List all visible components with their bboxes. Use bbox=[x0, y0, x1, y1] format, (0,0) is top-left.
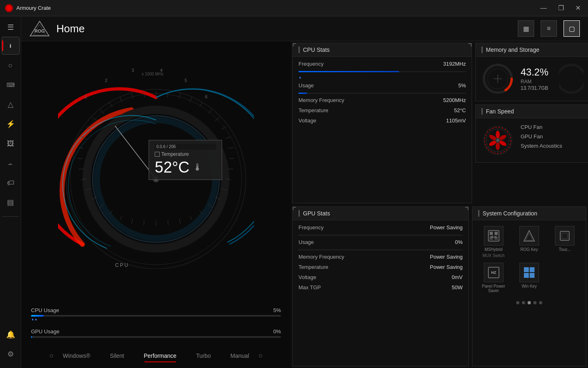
fan-speed-panel: Fan Speed bbox=[475, 104, 588, 163]
sidebar-item-sliders[interactable]: ⫠ bbox=[2, 154, 20, 172]
sidebar-item-home[interactable]: i bbox=[2, 37, 20, 55]
monitor-view-button[interactable]: ▢ bbox=[564, 20, 580, 37]
memory-header: Memory and Storage bbox=[476, 43, 588, 57]
mode-manual-button[interactable]: Manual bbox=[220, 349, 259, 362]
ram-gauge bbox=[481, 62, 514, 95]
mode-turbo-button[interactable]: Turbo bbox=[186, 349, 220, 362]
cpu-voltage-value: 1105mV bbox=[446, 117, 466, 124]
gpu-title-bar bbox=[298, 210, 300, 217]
win-key-item[interactable]: Win Key bbox=[514, 263, 544, 293]
rog-key-icon-box bbox=[519, 226, 539, 246]
svg-rect-86 bbox=[524, 273, 529, 278]
svg-line-31 bbox=[120, 215, 122, 220]
scroll-dot-2[interactable] bbox=[522, 301, 525, 304]
gpu-usage-bar-fill bbox=[298, 249, 299, 251]
rog-key-item[interactable]: ROG Key bbox=[514, 226, 544, 258]
cpu-title-bar bbox=[298, 47, 300, 53]
cpu-frequency-value: 3192MHz bbox=[443, 61, 466, 67]
usage-bars: CPU Usage 5% ▲▲ GPU Usage 0% bbox=[21, 301, 291, 345]
list-view-button[interactable]: ≡ bbox=[541, 20, 557, 37]
gauge-panel: 1 2 3 4 5 6 x 1000 MHz bbox=[21, 41, 291, 368]
scale-6: 6 bbox=[205, 94, 207, 99]
fan-content: CPU Fan GPU Fan System Acoustics bbox=[476, 118, 588, 162]
cpu-stats-title: CPU Stats bbox=[303, 47, 330, 53]
mode-right-indicator[interactable] bbox=[259, 354, 262, 357]
svg-rect-74 bbox=[494, 232, 498, 235]
cpu-usage-stat-label: Usage bbox=[298, 82, 314, 89]
circle-icon: ○ bbox=[8, 61, 13, 70]
svg-rect-85 bbox=[530, 267, 535, 272]
svg-line-46 bbox=[131, 93, 133, 99]
system-acoustics-label: System Acoustics bbox=[521, 143, 562, 149]
gpu-usage-label: Usage bbox=[298, 239, 314, 245]
rog-logo: ROG bbox=[29, 20, 50, 37]
menu-toggle-button[interactable]: ☰ bbox=[0, 20, 21, 35]
hz-icon-box: HZ bbox=[484, 263, 503, 282]
right-panels: CPU Stats Frequency 3192MHz ▲ bbox=[291, 41, 588, 368]
gpu-temp-label: Temperature bbox=[298, 264, 328, 270]
sidebar-item-status[interactable]: ○ bbox=[2, 56, 20, 74]
sidebar-item-settings[interactable]: ⚙ bbox=[2, 345, 20, 363]
close-button[interactable]: ✕ bbox=[573, 3, 583, 13]
svg-point-57 bbox=[559, 65, 584, 93]
mode-left-indicator[interactable] bbox=[50, 354, 53, 357]
titlebar-title: Armoury Crate bbox=[16, 5, 51, 11]
panel-power-label: Panel Power Saver bbox=[478, 284, 509, 293]
sidebar-item-notifications[interactable]: 🔔 bbox=[2, 326, 20, 344]
minimize-button[interactable]: — bbox=[538, 4, 549, 13]
sidebar-item-scenarios[interactable]: 🖼 bbox=[2, 135, 20, 153]
touch-label: Touc... bbox=[559, 247, 571, 252]
thermometer-icon: 🌡 bbox=[193, 162, 203, 173]
gpu-tgp-label: Max TGP bbox=[298, 284, 321, 290]
mux-switch-item[interactable]: MUX MSHybrid MUX Switch bbox=[478, 226, 509, 258]
storage-gauge-svg bbox=[559, 62, 584, 95]
body-area: 1 2 3 4 5 6 x 1000 MHz bbox=[21, 41, 588, 368]
cpu-fan-label: CPU Fan bbox=[521, 124, 562, 130]
sidebar-item-speed[interactable]: ⚡ bbox=[2, 115, 20, 133]
scale-3: 3 bbox=[131, 68, 134, 73]
svg-rect-87 bbox=[530, 273, 535, 278]
gpu-temp-row: Temperature Power Saving bbox=[298, 264, 463, 270]
svg-line-16 bbox=[225, 137, 231, 139]
svg-line-10 bbox=[179, 93, 180, 99]
sidebar-item-keyboard[interactable]: ⌨ bbox=[2, 76, 20, 94]
sidebar-item-tag[interactable]: 🏷 bbox=[2, 174, 20, 192]
sidebar-item-alerts[interactable]: △ bbox=[2, 95, 20, 113]
hz-icon: HZ bbox=[488, 266, 500, 279]
scroll-dot-1[interactable] bbox=[516, 301, 519, 304]
svg-rect-81 bbox=[562, 233, 568, 239]
scroll-dot-5[interactable] bbox=[539, 301, 542, 304]
cpu-frequency-row: Frequency 3192MHz bbox=[298, 61, 466, 67]
sidebar-item-display[interactable]: ▤ bbox=[2, 193, 20, 211]
app-layout: ☰ i ○ ⌨ △ ⚡ 🖼 ⫠ 🏷 ▤ 🔔 bbox=[0, 16, 588, 368]
maximize-button[interactable]: ❐ bbox=[556, 3, 566, 13]
scroll-dot-3[interactable] bbox=[528, 301, 531, 304]
svg-line-25 bbox=[190, 215, 192, 220]
keyboard-icon: ⌨ bbox=[7, 82, 15, 88]
scroll-dot-4[interactable] bbox=[533, 301, 537, 304]
dashboard-view-button[interactable]: ▦ bbox=[518, 20, 534, 37]
panel-power-saver-item[interactable]: HZ Panel Power Saver bbox=[478, 263, 509, 293]
gpu-voltage-value: 0mV bbox=[452, 274, 463, 280]
mode-performance-button[interactable]: Performance bbox=[134, 349, 186, 362]
mode-silent-button[interactable]: Silent bbox=[100, 349, 134, 362]
memory-title-bar bbox=[481, 47, 483, 53]
ram-gauge-svg bbox=[481, 62, 514, 95]
cpu-temp-row: Temperature 52°C bbox=[298, 107, 466, 113]
mux-icon-box: MUX bbox=[484, 226, 503, 246]
temperature-label: Temperature bbox=[161, 151, 189, 157]
home-icon: i bbox=[10, 43, 11, 49]
gpu-frequency-bar-fill bbox=[298, 235, 299, 236]
gpu-stats-content: Frequency Power Saving Usage 0% bbox=[293, 220, 468, 299]
touch-item[interactable]: Touc... bbox=[550, 226, 580, 258]
svg-rect-84 bbox=[524, 267, 529, 272]
temperature-value: 52°C bbox=[155, 159, 189, 176]
window-controls: — ❐ ✕ bbox=[538, 3, 583, 13]
cpu-frequency-bar bbox=[298, 71, 466, 72]
cpu-stats-content: Frequency 3192MHz ▲ Usage 5% bbox=[293, 57, 472, 132]
gpu-stats-header: GPU Stats bbox=[293, 207, 468, 220]
mode-windows-button[interactable]: Windows® bbox=[53, 349, 100, 362]
win-key-label: Win Key bbox=[521, 284, 537, 288]
scale-5: 5 bbox=[185, 78, 187, 83]
cpu-mem-freq-row: Memory Frequency 5200MHz bbox=[298, 97, 466, 103]
